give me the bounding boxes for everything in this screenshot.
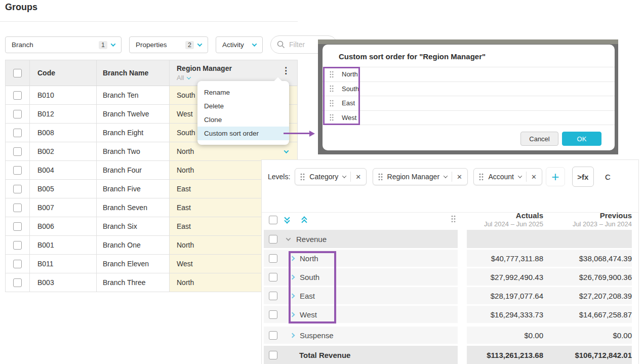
row-checkbox[interactable]: [13, 129, 22, 137]
context-menu-item[interactable]: Clone: [197, 113, 289, 127]
row-checkbox[interactable]: [13, 222, 22, 231]
add-level-button[interactable]: +: [546, 167, 565, 186]
level-pill-label: Category: [309, 173, 338, 181]
select-all-checkbox[interactable]: [269, 216, 277, 224]
row-checkbox[interactable]: [269, 235, 277, 244]
context-menu-item[interactable]: Rename: [197, 86, 289, 99]
expand-row-chevron-icon[interactable]: [290, 274, 295, 279]
context-menu-item[interactable]: Custom sort order: [197, 127, 289, 140]
properties-filter-button[interactable]: Properties 2: [129, 36, 208, 53]
divider: [0, 21, 298, 22]
row-checkbox[interactable]: [13, 147, 22, 156]
previous-title: Previous: [543, 211, 632, 220]
code-column-header[interactable]: Code: [30, 60, 97, 86]
collapse-all-icon[interactable]: [301, 216, 308, 224]
row-checkbox[interactable]: [269, 292, 277, 300]
chevron-down-icon[interactable]: [187, 75, 191, 79]
row-checkbox[interactable]: [13, 91, 22, 100]
row-checkbox[interactable]: [269, 254, 277, 263]
expand-row-chevron-icon[interactable]: [290, 312, 295, 317]
table-row: B011 Branch Eleven West: [6, 255, 297, 273]
row-label: South: [300, 273, 319, 281]
actuals-subtitle: Jul 2024 – Jun 2025: [467, 220, 543, 228]
region-column-filter-value[interactable]: All: [177, 74, 184, 82]
code-cell: B012: [30, 105, 97, 123]
remove-level-icon[interactable]: ✕: [531, 173, 537, 181]
actuals-column-header[interactable]: Actuals Jul 2024 – Jun 2025: [467, 211, 543, 228]
expand-row-chevron-icon[interactable]: [290, 333, 295, 338]
branch-name-column-header[interactable]: Branch Name: [97, 60, 170, 86]
row-checkbox[interactable]: [13, 110, 22, 118]
code-cell: B001: [30, 236, 97, 254]
sort-order-list-item[interactable]: West: [323, 111, 615, 126]
dialog-title: Custom sort order for "Region Manager": [339, 52, 486, 61]
actuals-value: $27,992,490.43: [467, 273, 543, 281]
drag-handle-icon[interactable]: [378, 173, 383, 181]
region-value: East: [177, 204, 191, 212]
branch-filter-button[interactable]: Branch 1: [5, 36, 122, 53]
sort-order-list-item[interactable]: South: [323, 82, 615, 97]
region-manager-cell[interactable]: North: [170, 142, 297, 160]
total-revenue-row: Total Revenue $113,261,213.68 $106,712,8…: [262, 346, 636, 364]
column-drag-handle-icon[interactable]: [451, 215, 456, 223]
row-checkbox[interactable]: [13, 185, 22, 193]
select-all-checkbox[interactable]: [13, 69, 22, 77]
screenshot-root: Groups Branch 1 Properties 2 Activity Fi…: [0, 0, 643, 364]
drag-handle-icon[interactable]: [479, 173, 484, 181]
drag-handle-icon[interactable]: [300, 173, 305, 181]
actuals-value: $16,294,333.73: [467, 310, 543, 319]
cancel-button[interactable]: Cancel: [520, 132, 558, 146]
expand-row-chevron-icon[interactable]: [290, 256, 295, 261]
remove-level-icon[interactable]: ✕: [355, 173, 361, 181]
code-cell: B003: [30, 273, 97, 292]
row-checkbox[interactable]: [13, 204, 22, 212]
drag-handle-icon[interactable]: [330, 114, 334, 121]
sheet-header-row: Actuals Jul 2024 – Jun 2025 Previous Jul…: [264, 213, 636, 228]
drag-handle-icon[interactable]: [330, 85, 334, 92]
remove-level-icon[interactable]: ✕: [457, 173, 462, 181]
row-label: Suspense: [300, 331, 334, 340]
sort-item-label: North: [342, 70, 358, 78]
chevron-down-icon[interactable]: [342, 174, 346, 178]
sort-order-list-item[interactable]: North: [323, 67, 615, 82]
region-value: South: [177, 91, 195, 99]
row-label: East: [300, 292, 315, 300]
formula-fx-button[interactable]: >fx: [572, 167, 594, 187]
branch-name-cell: Branch Three: [97, 273, 170, 292]
ok-button[interactable]: OK: [562, 132, 601, 146]
cell-dropdown-chevron-icon[interactable]: [284, 148, 289, 153]
branch-name-cell: Branch Four: [97, 161, 170, 179]
actuals-value: $40,777,311.88: [467, 254, 543, 263]
row-checkbox[interactable]: [13, 278, 22, 287]
previous-value: $27,207,208.39: [543, 292, 632, 300]
sheet-row: North $40,777,311.88 $38,068,474.39: [262, 250, 636, 267]
column-menu-kebab-icon[interactable]: ⋮: [282, 66, 290, 75]
expand-row-chevron-icon[interactable]: [290, 293, 295, 298]
row-checkbox[interactable]: [269, 351, 277, 359]
chevron-down-icon[interactable]: [518, 174, 522, 178]
page-title: Groups: [5, 2, 37, 13]
actuals-value: $28,197,077.64: [467, 292, 543, 300]
branch-name-cell: Branch Twelve: [97, 105, 170, 123]
previous-value: $14,667,258.87: [543, 310, 632, 319]
row-checkbox[interactable]: [269, 331, 277, 340]
context-menu-item[interactable]: Delete: [197, 99, 289, 113]
sort-order-list-item[interactable]: East: [323, 96, 615, 111]
activity-filter-label: Activity: [222, 41, 249, 49]
row-checkbox[interactable]: [269, 273, 277, 281]
row-checkbox[interactable]: [13, 260, 22, 268]
row-checkbox[interactable]: [13, 166, 22, 175]
drag-handle-icon[interactable]: [330, 100, 334, 107]
previous-column-header[interactable]: Previous Jul 2023 – Jun 2024: [543, 211, 632, 228]
activity-filter-button[interactable]: Activity: [216, 36, 263, 53]
level-pill[interactable]: Account ✕: [473, 168, 542, 185]
expand-all-icon[interactable]: [284, 216, 291, 224]
drag-handle-icon[interactable]: [330, 71, 334, 78]
row-checkbox[interactable]: [13, 241, 22, 250]
collapse-group-chevron-icon[interactable]: [286, 236, 291, 241]
level-pill[interactable]: Category ✕: [295, 168, 367, 185]
column-context-menu: Rename Delete Clone Custom sort order: [197, 81, 289, 145]
row-checkbox[interactable]: [269, 310, 277, 319]
chevron-down-icon[interactable]: [444, 174, 448, 178]
level-pill[interactable]: Region Manager ✕: [373, 168, 468, 185]
